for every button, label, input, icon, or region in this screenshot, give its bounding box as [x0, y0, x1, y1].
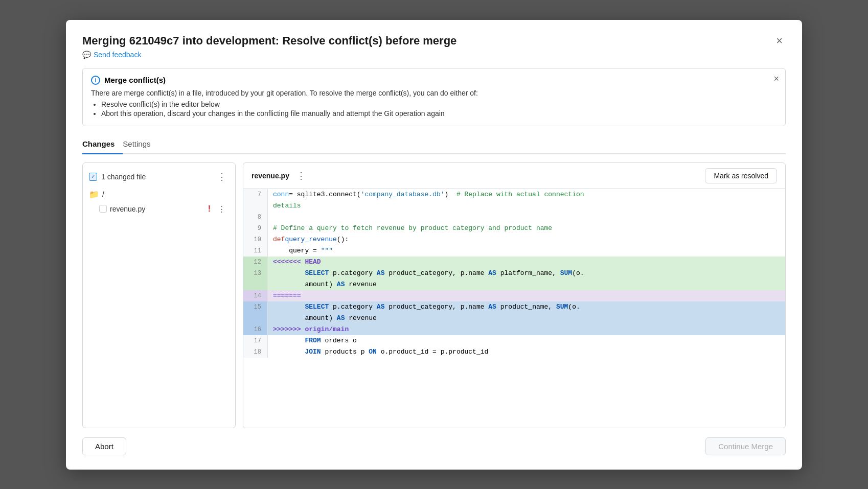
files-menu-button[interactable]: ⋮: [215, 170, 229, 183]
line-content-13: SELECT p.category AS product_category, p…: [268, 268, 785, 279]
line-content-18: JOIN products p ON o.product_id = p.prod…: [268, 346, 785, 358]
file-checkbox[interactable]: [99, 205, 107, 213]
modal-footer: Abort Continue Merge: [82, 437, 786, 455]
banner-header: i Merge conflict(s): [91, 76, 777, 85]
banner-list: Resolve conflict(s) in the editor below …: [91, 100, 777, 118]
changed-files-label: 1 changed file: [89, 173, 146, 181]
line-content-15b: amount) AS revenue: [268, 313, 785, 324]
line-content-16: >>>>>>> origin/main: [268, 324, 785, 335]
code-line-7b: details: [243, 200, 785, 212]
banner-bullet-2: Abort this operation, discard your chang…: [101, 109, 777, 118]
modal-close-button[interactable]: ×: [773, 34, 786, 48]
code-line-13: 13 SELECT p.category AS product_category…: [243, 268, 785, 279]
send-feedback-link[interactable]: 💬 Send feedback: [82, 51, 786, 59]
line-content-10: def query_revenue():: [268, 234, 785, 245]
line-number-18: 18: [243, 346, 268, 358]
feedback-icon: 💬: [82, 51, 91, 59]
tab-settings[interactable]: Settings: [123, 136, 158, 154]
code-line-18: 18 JOIN products p ON o.product_id = p.p…: [243, 346, 785, 358]
line-number-8: 8: [243, 212, 268, 223]
editor-header: revenue.py ⋮ Mark as resolved: [243, 163, 785, 189]
editor-menu-button[interactable]: ⋮: [294, 169, 308, 182]
line-content-17: FROM orders o: [268, 335, 785, 346]
line-number-10: 10: [243, 234, 268, 245]
line-number-9: 9: [243, 223, 268, 234]
banner-close-button[interactable]: ×: [773, 74, 779, 84]
tab-bar: Changes Settings: [82, 136, 786, 154]
files-checkbox[interactable]: [89, 173, 97, 181]
banner-description: There are merge conflict(s) in a file, i…: [91, 89, 777, 97]
line-number-7b: [243, 200, 268, 212]
folder-icon: 📁: [89, 190, 99, 199]
line-content-8: [268, 212, 785, 223]
merge-conflict-banner: i Merge conflict(s) There are merge conf…: [82, 68, 786, 126]
folder-name: /: [102, 190, 104, 198]
line-content-13b: amount) AS revenue: [268, 279, 785, 290]
banner-title: Merge conflict(s): [104, 76, 166, 84]
feedback-label: Send feedback: [94, 51, 141, 59]
left-panel-header: 1 changed file ⋮: [88, 168, 230, 188]
line-number-13b: [243, 279, 268, 290]
line-content-14: =======: [268, 290, 785, 301]
line-number-16: 16: [243, 324, 268, 335]
line-content-11: query = """: [268, 245, 785, 257]
code-line-8: 8: [243, 212, 785, 223]
abort-button[interactable]: Abort: [82, 437, 126, 455]
modal-header: Merging 621049c7 into development: Resol…: [82, 34, 786, 48]
info-icon: i: [91, 76, 100, 85]
code-line-15b: amount) AS revenue: [243, 313, 785, 324]
code-line-14: 14 =======: [243, 290, 785, 301]
modal-title: Merging 621049c7 into development: Resol…: [82, 34, 456, 48]
merge-conflict-modal: Merging 621049c7 into development: Resol…: [66, 20, 802, 470]
code-line-11: 11 query = """: [243, 245, 785, 257]
file-menu-button[interactable]: ⋮: [216, 203, 228, 215]
mark-resolved-button[interactable]: Mark as resolved: [705, 168, 777, 183]
code-line-12: 12 <<<<<<< HEAD: [243, 257, 785, 268]
line-number-11: 11: [243, 245, 268, 257]
code-editor[interactable]: 7 conn = sqlite3.connect('company_databa…: [243, 189, 785, 428]
line-number-15b: [243, 313, 268, 324]
editor-file-name: revenue.py: [252, 172, 289, 180]
line-content-7b: details: [268, 200, 785, 212]
line-number-17: 17: [243, 335, 268, 346]
continue-merge-button[interactable]: Continue Merge: [705, 437, 786, 455]
code-line-17: 17 FROM orders o: [243, 335, 785, 346]
content-area: 1 changed file ⋮ 📁 / revenue.py ! ⋮ reve…: [82, 162, 786, 428]
line-number-12: 12: [243, 257, 268, 268]
right-panel: revenue.py ⋮ Mark as resolved 7 conn = s…: [243, 162, 786, 428]
line-number-7: 7: [243, 189, 268, 200]
line-number-13: 13: [243, 268, 268, 279]
code-line-13b: amount) AS revenue: [243, 279, 785, 290]
line-content-9: # Define a query to fetch revenue by pro…: [268, 223, 785, 234]
changed-files-count: 1 changed file: [101, 173, 146, 181]
code-line-10: 10 def query_revenue():: [243, 234, 785, 245]
file-row[interactable]: revenue.py ! ⋮: [88, 201, 230, 217]
line-number-14: 14: [243, 290, 268, 301]
code-line-9: 9 # Define a query to fetch revenue by p…: [243, 223, 785, 234]
code-line-7: 7 conn = sqlite3.connect('company_databa…: [243, 189, 785, 200]
code-line-15: 15 SELECT p.category AS product_category…: [243, 301, 785, 313]
folder-row: 📁 /: [88, 188, 230, 201]
line-number-15: 15: [243, 301, 268, 313]
line-content-15: SELECT p.category AS product_category, p…: [268, 301, 785, 313]
banner-bullet-1: Resolve conflict(s) in the editor below: [101, 100, 777, 108]
line-content-12: <<<<<<< HEAD: [268, 257, 785, 268]
line-content-7: conn = sqlite3.connect('company_database…: [268, 189, 785, 200]
conflict-badge: !: [208, 204, 211, 214]
code-line-16: 16 >>>>>>> origin/main: [243, 324, 785, 335]
tab-changes[interactable]: Changes: [82, 136, 123, 154]
file-name-left: revenue.py: [110, 205, 145, 213]
left-panel: 1 changed file ⋮ 📁 / revenue.py ! ⋮: [82, 162, 236, 428]
